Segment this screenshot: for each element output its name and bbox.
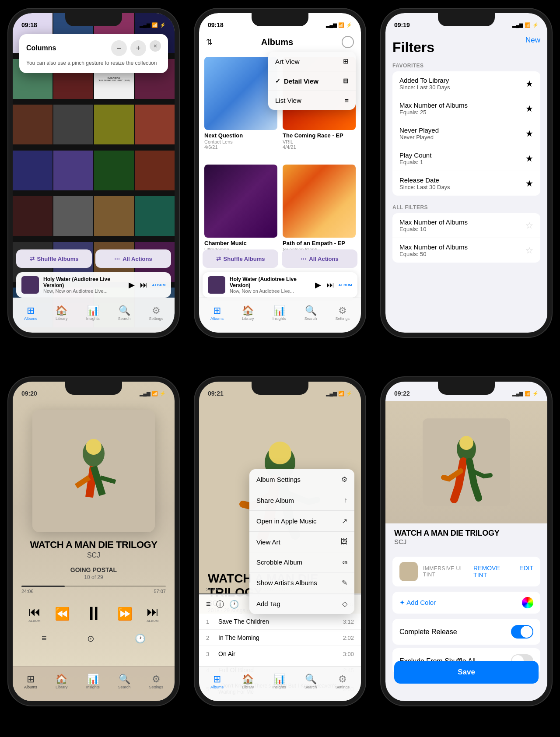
nav-library-1[interactable]: 🏠 Library — [51, 303, 72, 323]
np-next-btn-4[interactable]: ⏩ — [117, 607, 133, 621]
filter-item-6[interactable]: Max Number of Albums Equals: 10 ☆ — [392, 213, 540, 238]
np-album-art-large[interactable] — [32, 410, 155, 532]
tl-info-icon[interactable]: ⓘ — [216, 599, 224, 610]
filter-item-4[interactable]: Play Count Equals: 1 ★ — [392, 146, 540, 171]
track-item-1[interactable]: 1 Save The Children 3:12 — [199, 614, 361, 630]
np-progress-bar-4[interactable] — [21, 586, 166, 587]
np-play-btn-1[interactable]: ▶ — [129, 280, 135, 290]
grid-thumb-10[interactable] — [53, 105, 93, 144]
ctx-add-tag[interactable]: Add Tag ◇ — [249, 593, 354, 614]
tl-clock-icon[interactable]: 🕐 — [229, 600, 239, 609]
star-icon-4[interactable]: ★ — [525, 153, 533, 164]
now-playing-fullscreen: WATCH A MAN DIE TRILOGY SCJ GOING POSTAL… — [13, 401, 175, 666]
grid-thumb-12[interactable] — [135, 105, 175, 144]
sort-icon-2[interactable]: ⇅ — [206, 37, 213, 47]
nav-settings-2[interactable]: ⚙ Settings — [331, 303, 354, 323]
np-history-btn[interactable]: 🕐 — [135, 633, 146, 644]
np-airplay-btn[interactable]: ⊙ — [87, 633, 94, 644]
grid-thumb-14[interactable] — [53, 151, 93, 190]
nav-search-5[interactable]: 🔍 Search — [300, 672, 322, 692]
nav-albums-5[interactable]: ⊞ Albums — [206, 672, 228, 692]
options-icon-2[interactable]: ○ — [342, 36, 354, 48]
p6-add-color[interactable]: ✦ Add Color — [392, 592, 540, 614]
popup-close-btn[interactable]: × — [150, 40, 161, 52]
filter-item-3[interactable]: Never Played Never Played ★ — [392, 121, 540, 146]
np-next-btn-1[interactable]: ⏭ — [140, 281, 148, 290]
now-playing-bar-2[interactable]: Holy Water (Audiotree Live Version) Now,… — [203, 272, 357, 298]
nav-albums-4[interactable]: ⊞ Albums — [20, 672, 42, 692]
p6-color-swatch[interactable] — [399, 562, 418, 581]
star-icon-1[interactable]: ★ — [525, 78, 533, 89]
nav-library-2[interactable]: 🏠 Library — [238, 303, 259, 323]
nav-settings-1[interactable]: ⚙ Settings — [144, 303, 168, 323]
ctx-view-art[interactable]: View Art 🖼 — [249, 532, 354, 552]
star-icon-7[interactable]: ☆ — [525, 245, 533, 256]
grid-thumb-19[interactable] — [94, 196, 134, 236]
np-play-btn-2[interactable]: ▶ — [315, 280, 321, 290]
ctx-share-album[interactable]: Share Album ↑ — [249, 490, 354, 511]
nav-library-5[interactable]: 🏠 Library — [238, 672, 259, 692]
filter-item-1[interactable]: Added To Library Since: Last 30 Days ★ — [392, 71, 540, 96]
np-queue-btn[interactable]: ≡ — [42, 633, 47, 644]
nav-insights-1[interactable]: 📊 Insights — [82, 303, 104, 323]
shuffle-albums-btn[interactable]: ⇄ Shuffle Albums — [16, 249, 92, 268]
np-next-btn-2[interactable]: ⏭ — [326, 281, 334, 290]
p6-album-art[interactable] — [423, 418, 510, 506]
grid-thumb-17[interactable] — [13, 196, 52, 236]
track-item-2[interactable]: 2 In The Morning 2:02 — [199, 630, 361, 646]
nav-settings-4[interactable]: ⚙ Settings — [144, 672, 168, 692]
nav-albums-1[interactable]: ⊞ Albums — [20, 303, 42, 323]
nav-insights-2[interactable]: 📊 Insights — [268, 303, 290, 323]
nav-search-2[interactable]: 🔍 Search — [300, 303, 322, 323]
p6-complete-release-toggle[interactable] — [511, 625, 533, 639]
shuffle-albums-btn-2[interactable]: ⇄ Shuffle Albums — [203, 249, 278, 268]
nav-search-1[interactable]: 🔍 Search — [114, 303, 135, 323]
star-icon-3[interactable]: ★ — [525, 128, 533, 139]
star-icon-6[interactable]: ☆ — [525, 220, 533, 231]
ctx-album-settings[interactable]: Album Settings ⚙ — [249, 469, 354, 490]
album-date-1: 4/6/21 — [204, 144, 277, 150]
p6-remove-tint-btn[interactable]: REMOVE TINT — [473, 565, 512, 579]
ctx-scrobble-album[interactable]: Scrobble Album ㎝ — [249, 552, 354, 572]
filter-item-7[interactable]: Max Number of Albums Equals: 50 ☆ — [392, 238, 540, 263]
filter-item-2[interactable]: Max Number of Albums Equals: 25 ★ — [392, 96, 540, 121]
grid-thumb-20[interactable] — [135, 196, 175, 236]
star-icon-5[interactable]: ★ — [525, 178, 533, 189]
nav-settings-5[interactable]: ⚙ Settings — [331, 672, 354, 692]
nav-albums-2[interactable]: ⊞ Albums — [206, 303, 228, 323]
grid-thumb-18[interactable] — [53, 196, 93, 236]
np-next-album-btn[interactable]: ⏭ ALBUM — [147, 604, 159, 623]
grid-thumb-11[interactable] — [94, 105, 134, 144]
np-pause-btn-4[interactable]: ⏸ — [84, 603, 103, 625]
np-prev-album-btn[interactable]: ⏮ ALBUM — [28, 604, 41, 623]
ctx-show-artist-albums[interactable]: Show Artist's Albums ✎ — [249, 572, 354, 593]
nav-library-4[interactable]: 🏠 Library — [51, 672, 72, 692]
p6-edit-btn[interactable]: EDIT — [519, 565, 533, 579]
np-prev-btn-4[interactable]: ⏪ — [55, 607, 70, 621]
album-card-1[interactable]: Next Question Contact Lens 4/6/21 — [204, 57, 277, 159]
p6-save-btn[interactable]: Save — [394, 661, 539, 684]
all-actions-btn-2[interactable]: ⋯ All Actions — [282, 249, 357, 268]
all-actions-btn[interactable]: ⋯ All Actions — [95, 249, 171, 268]
np-album-artist-4: SCJ — [87, 551, 100, 559]
star-icon-2[interactable]: ★ — [525, 103, 533, 114]
columns-plus-btn[interactable]: + — [130, 40, 146, 56]
view-list-item[interactable]: List View ≡ — [268, 91, 356, 110]
track-item-3[interactable]: 3 On Air 3:00 — [199, 646, 361, 662]
grid-thumb-13[interactable] — [13, 151, 52, 190]
ctx-open-apple-music[interactable]: Open in Apple Music ↗ — [249, 511, 354, 532]
view-detail-item[interactable]: ✓ Detail View ⊟ — [268, 71, 356, 91]
ctx-view-art-label: View Art — [256, 538, 280, 546]
context-menu: Album Settings ⚙ Share Album ↑ Open in A… — [249, 469, 354, 614]
tl-list-icon[interactable]: ≡ — [206, 600, 211, 609]
grid-thumb-9[interactable] — [13, 105, 52, 144]
nav-insights-4[interactable]: 📊 Insights — [82, 672, 104, 692]
columns-minus-btn[interactable]: − — [111, 40, 127, 56]
grid-thumb-16[interactable] — [135, 151, 175, 190]
nav-search-4[interactable]: 🔍 Search — [114, 672, 135, 692]
view-art-item[interactable]: Art View ⊞ — [268, 52, 356, 71]
nav-insights-5[interactable]: 📊 Insights — [268, 672, 290, 692]
grid-thumb-15[interactable] — [94, 151, 134, 190]
now-playing-bar-1[interactable]: Holy Water (Audiotree Live Version) Now,… — [16, 272, 171, 298]
filter-item-5[interactable]: Release Date Since: Last 30 Days ★ — [392, 171, 540, 196]
